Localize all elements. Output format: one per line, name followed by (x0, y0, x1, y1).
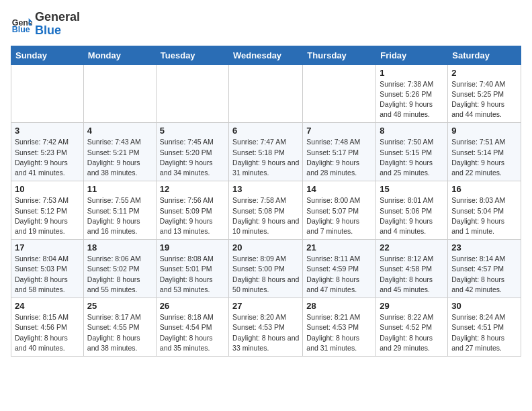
calendar-cell: 2Sunrise: 7:40 AM Sunset: 5:25 PM Daylig… (448, 64, 521, 123)
weekday-header-tuesday: Tuesday (156, 46, 228, 64)
calendar-cell: 14Sunrise: 8:00 AM Sunset: 5:07 PM Dayli… (303, 181, 376, 240)
day-info: Sunrise: 8:01 AM Sunset: 5:06 PM Dayligh… (380, 195, 444, 236)
day-info: Sunrise: 8:18 AM Sunset: 4:54 PM Dayligh… (160, 312, 225, 353)
calendar-cell: 26Sunrise: 8:18 AM Sunset: 4:54 PM Dayli… (156, 298, 228, 357)
day-info: Sunrise: 8:17 AM Sunset: 4:55 PM Dayligh… (87, 312, 152, 353)
calendar-cell (229, 64, 303, 123)
day-info: Sunrise: 8:20 AM Sunset: 4:53 PM Dayligh… (232, 312, 299, 353)
day-number: 9 (451, 126, 517, 136)
day-info: Sunrise: 7:42 AM Sunset: 5:23 PM Dayligh… (15, 137, 80, 178)
day-number: 7 (306, 126, 372, 136)
weekday-header-thursday: Thursday (303, 46, 376, 64)
calendar-cell: 29Sunrise: 8:22 AM Sunset: 4:52 PM Dayli… (376, 298, 448, 357)
day-info: Sunrise: 8:06 AM Sunset: 5:02 PM Dayligh… (87, 254, 152, 295)
day-number: 15 (380, 184, 444, 194)
calendar-cell: 3Sunrise: 7:42 AM Sunset: 5:23 PM Daylig… (11, 123, 84, 181)
day-number: 21 (306, 242, 372, 253)
day-info: Sunrise: 8:15 AM Sunset: 4:56 PM Dayligh… (15, 312, 80, 353)
day-number: 20 (232, 242, 299, 253)
day-number: 16 (451, 184, 517, 194)
day-info: Sunrise: 8:03 AM Sunset: 5:04 PM Dayligh… (451, 195, 517, 236)
day-number: 23 (451, 242, 517, 253)
day-info: Sunrise: 8:24 AM Sunset: 4:51 PM Dayligh… (451, 312, 517, 353)
day-info: Sunrise: 7:58 AM Sunset: 5:08 PM Dayligh… (232, 195, 299, 236)
calendar-cell: 28Sunrise: 8:21 AM Sunset: 4:53 PM Dayli… (303, 298, 376, 357)
day-number: 24 (15, 301, 80, 311)
logo-icon: General Blue (11, 13, 32, 35)
logo-text: General Blue (35, 11, 80, 38)
calendar-cell: 18Sunrise: 8:06 AM Sunset: 5:02 PM Dayli… (83, 240, 156, 298)
day-number: 10 (15, 184, 80, 194)
calendar-cell: 15Sunrise: 8:01 AM Sunset: 5:06 PM Dayli… (376, 181, 448, 240)
calendar-cell (11, 64, 84, 123)
calendar-cell: 16Sunrise: 8:03 AM Sunset: 5:04 PM Dayli… (448, 181, 521, 240)
calendar-row-3: 17Sunrise: 8:04 AM Sunset: 5:03 PM Dayli… (11, 240, 521, 298)
day-number: 5 (160, 126, 225, 136)
calendar-cell: 21Sunrise: 8:11 AM Sunset: 4:59 PM Dayli… (303, 240, 376, 298)
day-info: Sunrise: 8:12 AM Sunset: 4:58 PM Dayligh… (380, 254, 444, 295)
day-number: 28 (306, 301, 372, 311)
day-number: 14 (306, 184, 372, 194)
day-info: Sunrise: 7:55 AM Sunset: 5:11 PM Dayligh… (87, 195, 152, 236)
day-info: Sunrise: 8:04 AM Sunset: 5:03 PM Dayligh… (15, 254, 80, 295)
logo: General Blue General Blue (11, 11, 80, 38)
calendar-cell: 24Sunrise: 8:15 AM Sunset: 4:56 PM Dayli… (11, 298, 84, 357)
day-number: 26 (160, 301, 225, 311)
day-info: Sunrise: 7:40 AM Sunset: 5:25 PM Dayligh… (451, 79, 517, 120)
day-info: Sunrise: 7:51 AM Sunset: 5:14 PM Dayligh… (451, 137, 517, 178)
day-info: Sunrise: 8:00 AM Sunset: 5:07 PM Dayligh… (306, 195, 372, 236)
weekday-header-wednesday: Wednesday (229, 46, 303, 64)
calendar-cell: 4Sunrise: 7:43 AM Sunset: 5:21 PM Daylig… (83, 123, 156, 181)
calendar-table: SundayMondayTuesdayWednesdayThursdayFrid… (11, 46, 521, 357)
calendar-cell: 19Sunrise: 8:08 AM Sunset: 5:01 PM Dayli… (156, 240, 228, 298)
calendar-cell: 22Sunrise: 8:12 AM Sunset: 4:58 PM Dayli… (376, 240, 448, 298)
day-number: 3 (15, 126, 80, 136)
calendar-cell: 5Sunrise: 7:45 AM Sunset: 5:20 PM Daylig… (156, 123, 228, 181)
day-number: 8 (380, 126, 444, 136)
day-number: 27 (232, 301, 299, 311)
day-info: Sunrise: 7:50 AM Sunset: 5:15 PM Dayligh… (380, 137, 444, 178)
day-number: 6 (232, 126, 299, 136)
day-number: 2 (451, 68, 517, 78)
day-info: Sunrise: 8:08 AM Sunset: 5:01 PM Dayligh… (160, 254, 225, 295)
day-number: 12 (160, 184, 225, 194)
calendar-cell (83, 64, 156, 123)
calendar-cell: 30Sunrise: 8:24 AM Sunset: 4:51 PM Dayli… (448, 298, 521, 357)
calendar-cell: 23Sunrise: 8:14 AM Sunset: 4:57 PM Dayli… (448, 240, 521, 298)
calendar-cell: 12Sunrise: 7:56 AM Sunset: 5:09 PM Dayli… (156, 181, 228, 240)
day-info: Sunrise: 7:38 AM Sunset: 5:26 PM Dayligh… (380, 79, 444, 120)
calendar-cell: 27Sunrise: 8:20 AM Sunset: 4:53 PM Dayli… (229, 298, 303, 357)
calendar-cell: 17Sunrise: 8:04 AM Sunset: 5:03 PM Dayli… (11, 240, 84, 298)
page-header: General Blue General Blue (11, 11, 521, 38)
calendar-cell: 8Sunrise: 7:50 AM Sunset: 5:15 PM Daylig… (376, 123, 448, 181)
day-info: Sunrise: 7:45 AM Sunset: 5:20 PM Dayligh… (160, 137, 225, 178)
day-info: Sunrise: 7:53 AM Sunset: 5:12 PM Dayligh… (15, 195, 80, 236)
day-number: 25 (87, 301, 152, 311)
day-number: 22 (380, 242, 444, 253)
calendar-cell: 20Sunrise: 8:09 AM Sunset: 5:00 PM Dayli… (229, 240, 303, 298)
day-info: Sunrise: 8:11 AM Sunset: 4:59 PM Dayligh… (306, 254, 372, 295)
weekday-header-saturday: Saturday (448, 46, 521, 64)
day-info: Sunrise: 8:22 AM Sunset: 4:52 PM Dayligh… (380, 312, 444, 353)
day-number: 19 (160, 242, 225, 253)
day-number: 29 (380, 301, 444, 311)
calendar-cell: 25Sunrise: 8:17 AM Sunset: 4:55 PM Dayli… (83, 298, 156, 357)
calendar-cell: 1Sunrise: 7:38 AM Sunset: 5:26 PM Daylig… (376, 64, 448, 123)
day-info: Sunrise: 8:09 AM Sunset: 5:00 PM Dayligh… (232, 254, 299, 295)
calendar-cell (303, 64, 376, 123)
day-info: Sunrise: 8:21 AM Sunset: 4:53 PM Dayligh… (306, 312, 372, 353)
calendar-row-1: 3Sunrise: 7:42 AM Sunset: 5:23 PM Daylig… (11, 123, 521, 181)
calendar-cell: 9Sunrise: 7:51 AM Sunset: 5:14 PM Daylig… (448, 123, 521, 181)
day-number: 4 (87, 126, 152, 136)
weekday-header-friday: Friday (376, 46, 448, 64)
calendar-cell: 10Sunrise: 7:53 AM Sunset: 5:12 PM Dayli… (11, 181, 84, 240)
calendar-cell: 7Sunrise: 7:48 AM Sunset: 5:17 PM Daylig… (303, 123, 376, 181)
calendar-cell (156, 64, 228, 123)
day-number: 1 (380, 68, 444, 78)
weekday-header-monday: Monday (83, 46, 156, 64)
calendar-cell: 13Sunrise: 7:58 AM Sunset: 5:08 PM Dayli… (229, 181, 303, 240)
day-number: 18 (87, 242, 152, 253)
calendar-row-4: 24Sunrise: 8:15 AM Sunset: 4:56 PM Dayli… (11, 298, 521, 357)
calendar-cell: 6Sunrise: 7:47 AM Sunset: 5:18 PM Daylig… (229, 123, 303, 181)
svg-text:Blue: Blue (12, 25, 30, 34)
